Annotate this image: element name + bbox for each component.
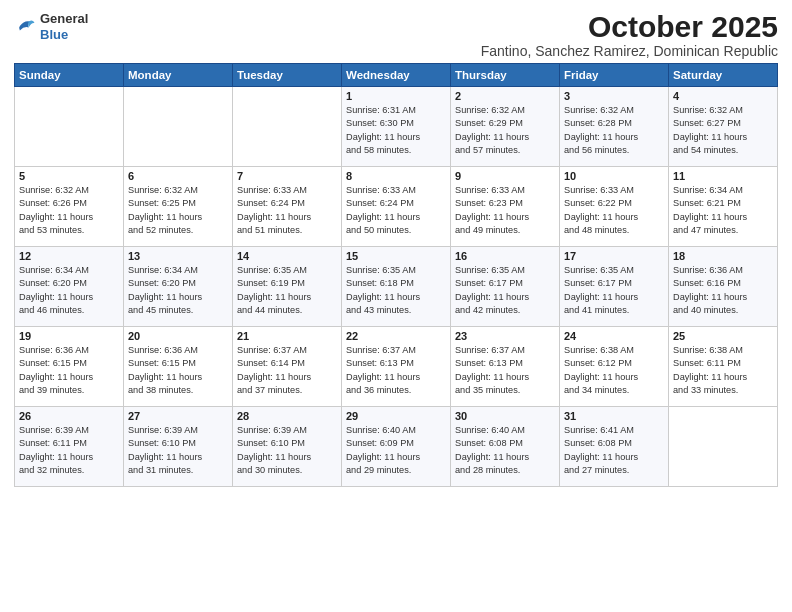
day-info: Sunrise: 6:33 AM Sunset: 6:24 PM Dayligh…: [237, 184, 337, 237]
table-row: 2Sunrise: 6:32 AM Sunset: 6:29 PM Daylig…: [451, 87, 560, 167]
table-row: 3Sunrise: 6:32 AM Sunset: 6:28 PM Daylig…: [560, 87, 669, 167]
header-tuesday: Tuesday: [233, 64, 342, 87]
table-row: 5Sunrise: 6:32 AM Sunset: 6:26 PM Daylig…: [15, 167, 124, 247]
day-number: 2: [455, 90, 555, 102]
day-number: 29: [346, 410, 446, 422]
table-row: 19Sunrise: 6:36 AM Sunset: 6:15 PM Dayli…: [15, 327, 124, 407]
day-number: 1: [346, 90, 446, 102]
table-row: 29Sunrise: 6:40 AM Sunset: 6:09 PM Dayli…: [342, 407, 451, 487]
table-row: 17Sunrise: 6:35 AM Sunset: 6:17 PM Dayli…: [560, 247, 669, 327]
day-info: Sunrise: 6:36 AM Sunset: 6:15 PM Dayligh…: [128, 344, 228, 397]
calendar-table: Sunday Monday Tuesday Wednesday Thursday…: [14, 63, 778, 487]
day-number: 8: [346, 170, 446, 182]
logo-blue: Blue: [40, 27, 68, 42]
day-info: Sunrise: 6:39 AM Sunset: 6:10 PM Dayligh…: [128, 424, 228, 477]
day-info: Sunrise: 6:41 AM Sunset: 6:08 PM Dayligh…: [564, 424, 664, 477]
day-number: 4: [673, 90, 773, 102]
header: General Blue October 2025 Fantino, Sanch…: [14, 10, 778, 59]
day-number: 27: [128, 410, 228, 422]
day-number: 25: [673, 330, 773, 342]
table-row: [15, 87, 124, 167]
table-row: 18Sunrise: 6:36 AM Sunset: 6:16 PM Dayli…: [669, 247, 778, 327]
day-number: 31: [564, 410, 664, 422]
day-info: Sunrise: 6:33 AM Sunset: 6:24 PM Dayligh…: [346, 184, 446, 237]
calendar-row: 5Sunrise: 6:32 AM Sunset: 6:26 PM Daylig…: [15, 167, 778, 247]
calendar-row: 26Sunrise: 6:39 AM Sunset: 6:11 PM Dayli…: [15, 407, 778, 487]
day-number: 28: [237, 410, 337, 422]
logo-text: General Blue: [40, 10, 88, 42]
day-number: 10: [564, 170, 664, 182]
day-info: Sunrise: 6:34 AM Sunset: 6:21 PM Dayligh…: [673, 184, 773, 237]
day-number: 16: [455, 250, 555, 262]
table-row: 13Sunrise: 6:34 AM Sunset: 6:20 PM Dayli…: [124, 247, 233, 327]
day-info: Sunrise: 6:38 AM Sunset: 6:12 PM Dayligh…: [564, 344, 664, 397]
day-number: 20: [128, 330, 228, 342]
header-friday: Friday: [560, 64, 669, 87]
day-info: Sunrise: 6:36 AM Sunset: 6:15 PM Dayligh…: [19, 344, 119, 397]
day-number: 23: [455, 330, 555, 342]
table-row: 7Sunrise: 6:33 AM Sunset: 6:24 PM Daylig…: [233, 167, 342, 247]
table-row: 16Sunrise: 6:35 AM Sunset: 6:17 PM Dayli…: [451, 247, 560, 327]
header-monday: Monday: [124, 64, 233, 87]
calendar-row: 1Sunrise: 6:31 AM Sunset: 6:30 PM Daylig…: [15, 87, 778, 167]
day-number: 6: [128, 170, 228, 182]
table-row: 30Sunrise: 6:40 AM Sunset: 6:08 PM Dayli…: [451, 407, 560, 487]
month-title: October 2025: [481, 10, 778, 43]
day-info: Sunrise: 6:37 AM Sunset: 6:13 PM Dayligh…: [455, 344, 555, 397]
table-row: 15Sunrise: 6:35 AM Sunset: 6:18 PM Dayli…: [342, 247, 451, 327]
title-block: October 2025 Fantino, Sanchez Ramirez, D…: [481, 10, 778, 59]
day-number: 7: [237, 170, 337, 182]
table-row: 31Sunrise: 6:41 AM Sunset: 6:08 PM Dayli…: [560, 407, 669, 487]
table-row: [124, 87, 233, 167]
table-row: 14Sunrise: 6:35 AM Sunset: 6:19 PM Dayli…: [233, 247, 342, 327]
header-sunday: Sunday: [15, 64, 124, 87]
day-number: 14: [237, 250, 337, 262]
header-wednesday: Wednesday: [342, 64, 451, 87]
calendar-row: 19Sunrise: 6:36 AM Sunset: 6:15 PM Dayli…: [15, 327, 778, 407]
table-row: 1Sunrise: 6:31 AM Sunset: 6:30 PM Daylig…: [342, 87, 451, 167]
day-info: Sunrise: 6:35 AM Sunset: 6:17 PM Dayligh…: [564, 264, 664, 317]
day-info: Sunrise: 6:37 AM Sunset: 6:14 PM Dayligh…: [237, 344, 337, 397]
day-number: 5: [19, 170, 119, 182]
table-row: 21Sunrise: 6:37 AM Sunset: 6:14 PM Dayli…: [233, 327, 342, 407]
day-info: Sunrise: 6:40 AM Sunset: 6:08 PM Dayligh…: [455, 424, 555, 477]
day-info: Sunrise: 6:32 AM Sunset: 6:25 PM Dayligh…: [128, 184, 228, 237]
location-title: Fantino, Sanchez Ramirez, Dominican Repu…: [481, 43, 778, 59]
table-row: 10Sunrise: 6:33 AM Sunset: 6:22 PM Dayli…: [560, 167, 669, 247]
day-info: Sunrise: 6:37 AM Sunset: 6:13 PM Dayligh…: [346, 344, 446, 397]
day-info: Sunrise: 6:35 AM Sunset: 6:18 PM Dayligh…: [346, 264, 446, 317]
table-row: 27Sunrise: 6:39 AM Sunset: 6:10 PM Dayli…: [124, 407, 233, 487]
page-container: General Blue October 2025 Fantino, Sanch…: [0, 0, 792, 612]
day-info: Sunrise: 6:34 AM Sunset: 6:20 PM Dayligh…: [19, 264, 119, 317]
day-number: 21: [237, 330, 337, 342]
day-number: 19: [19, 330, 119, 342]
table-row: 6Sunrise: 6:32 AM Sunset: 6:25 PM Daylig…: [124, 167, 233, 247]
day-info: Sunrise: 6:34 AM Sunset: 6:20 PM Dayligh…: [128, 264, 228, 317]
day-number: 18: [673, 250, 773, 262]
table-row: 24Sunrise: 6:38 AM Sunset: 6:12 PM Dayli…: [560, 327, 669, 407]
day-info: Sunrise: 6:31 AM Sunset: 6:30 PM Dayligh…: [346, 104, 446, 157]
day-info: Sunrise: 6:39 AM Sunset: 6:11 PM Dayligh…: [19, 424, 119, 477]
calendar-body: 1Sunrise: 6:31 AM Sunset: 6:30 PM Daylig…: [15, 87, 778, 487]
day-number: 15: [346, 250, 446, 262]
table-row: 23Sunrise: 6:37 AM Sunset: 6:13 PM Dayli…: [451, 327, 560, 407]
table-row: [669, 407, 778, 487]
table-row: 8Sunrise: 6:33 AM Sunset: 6:24 PM Daylig…: [342, 167, 451, 247]
logo-icon: [14, 17, 36, 35]
header-saturday: Saturday: [669, 64, 778, 87]
table-row: 28Sunrise: 6:39 AM Sunset: 6:10 PM Dayli…: [233, 407, 342, 487]
day-number: 26: [19, 410, 119, 422]
table-row: 11Sunrise: 6:34 AM Sunset: 6:21 PM Dayli…: [669, 167, 778, 247]
table-row: 4Sunrise: 6:32 AM Sunset: 6:27 PM Daylig…: [669, 87, 778, 167]
header-row: Sunday Monday Tuesday Wednesday Thursday…: [15, 64, 778, 87]
table-row: 9Sunrise: 6:33 AM Sunset: 6:23 PM Daylig…: [451, 167, 560, 247]
day-number: 9: [455, 170, 555, 182]
logo: General Blue: [14, 10, 88, 42]
day-info: Sunrise: 6:35 AM Sunset: 6:17 PM Dayligh…: [455, 264, 555, 317]
table-row: 25Sunrise: 6:38 AM Sunset: 6:11 PM Dayli…: [669, 327, 778, 407]
table-row: 26Sunrise: 6:39 AM Sunset: 6:11 PM Dayli…: [15, 407, 124, 487]
day-number: 12: [19, 250, 119, 262]
table-row: 20Sunrise: 6:36 AM Sunset: 6:15 PM Dayli…: [124, 327, 233, 407]
day-info: Sunrise: 6:39 AM Sunset: 6:10 PM Dayligh…: [237, 424, 337, 477]
day-info: Sunrise: 6:40 AM Sunset: 6:09 PM Dayligh…: [346, 424, 446, 477]
